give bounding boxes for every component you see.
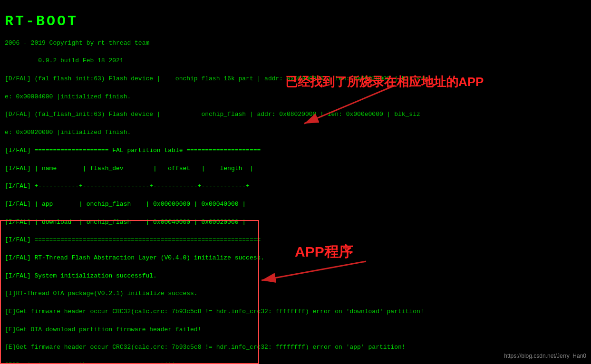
watermark: https://blog.csdn.net/Jerry_Han0 — [504, 353, 586, 359]
logo-text: RT-BOOT — [5, 13, 586, 30]
annotation-found-app: 已经找到了所烧录在相应地址的APP — [285, 74, 484, 90]
fal-init-1b: e: 0x00004000 |initialized finish. — [5, 93, 131, 100]
svg-line-1 — [304, 86, 395, 124]
fal-sys-init: [I/FAL] System initialization successful… — [5, 272, 157, 279]
fal-init-2b: e: 0x00020000 |initialized finish. — [5, 129, 131, 136]
terminal-output: RT-BOOT 2006 - 2019 Copyright by rt-thre… — [0, 0, 591, 364]
ota-init: [I]RT-Thread OTA package(V0.2.1) initial… — [5, 290, 198, 297]
crc-error-1: [E]Get firmware header occur CRC32(calc.… — [5, 308, 424, 315]
svg-line-3 — [262, 261, 366, 280]
begin-execute: [I]Begin to execute the program on app p… — [5, 362, 186, 364]
fal-table-app: [I/FAL] | app | onchip_flash | 0x0000000… — [5, 201, 246, 208]
annotation-app-program: APP程序 — [295, 242, 353, 262]
copyright-line: 2006 - 2019 Copyright by rt-thread team — [5, 39, 149, 47]
crc-error-2: [E]Get firmware header occur CRC32(calc.… — [5, 344, 406, 351]
ota-fail: [E]Get OTA download partition firmware h… — [5, 326, 201, 333]
fal-table-download: [I/FAL] | download | onchip_flash | 0x00… — [5, 219, 246, 226]
build-line: 0.9.2 build Feb 18 2021 — [5, 57, 124, 64]
fal-layer-init: [I/FAL] RT-Thread Flash Abstraction Laye… — [5, 254, 264, 261]
fal-table-cols: [I/FAL] | name | flash_dev | offset | le… — [5, 165, 253, 172]
fal-table-header1: [I/FAL] ==================== FAL partiti… — [5, 147, 261, 154]
fal-table-footer: [I/FAL] ================================… — [5, 236, 261, 243]
fal-table-sep: [I/FAL] +-----------+------------------+… — [5, 182, 250, 190]
